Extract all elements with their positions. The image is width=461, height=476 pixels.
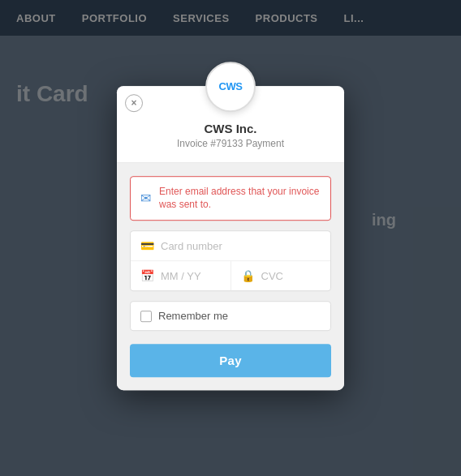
expiry-input[interactable] xyxy=(161,270,221,282)
card-number-input[interactable] xyxy=(161,240,321,252)
lock-icon: 🔒 xyxy=(241,269,255,282)
logo-text: CWS xyxy=(219,80,243,92)
remember-me-label: Remember me xyxy=(158,310,228,322)
cvc-field: 🔒 xyxy=(231,261,331,290)
close-icon: × xyxy=(131,97,136,109)
expiry-field: 📅 xyxy=(131,261,231,290)
modal-body: ✉ Enter email address that your invoice … xyxy=(117,163,344,391)
close-button[interactable]: × xyxy=(125,94,143,112)
email-alert: ✉ Enter email address that your invoice … xyxy=(130,176,331,221)
payment-modal: × CWS CWS Inc. Invoice #79133 Payment ✉ … xyxy=(117,86,344,391)
card-number-row: 💳 xyxy=(131,231,330,261)
email-alert-text: Enter email address that your invoice wa… xyxy=(159,185,321,212)
remember-me-checkbox[interactable] xyxy=(140,311,152,322)
modal-title: CWS Inc. xyxy=(130,122,331,135)
cvc-input[interactable] xyxy=(261,270,321,282)
pay-button[interactable]: Pay xyxy=(130,344,331,377)
card-icon: 💳 xyxy=(140,239,154,252)
card-details-row: 📅 🔒 xyxy=(131,261,330,290)
remember-me-row: Remember me xyxy=(130,301,331,331)
card-fields-container: 💳 📅 🔒 xyxy=(130,230,331,291)
modal-logo: CWS xyxy=(205,62,256,112)
calendar-icon: 📅 xyxy=(140,269,154,282)
email-icon: ✉ xyxy=(140,191,151,206)
modal-subtitle: Invoice #79133 Payment xyxy=(130,138,331,149)
